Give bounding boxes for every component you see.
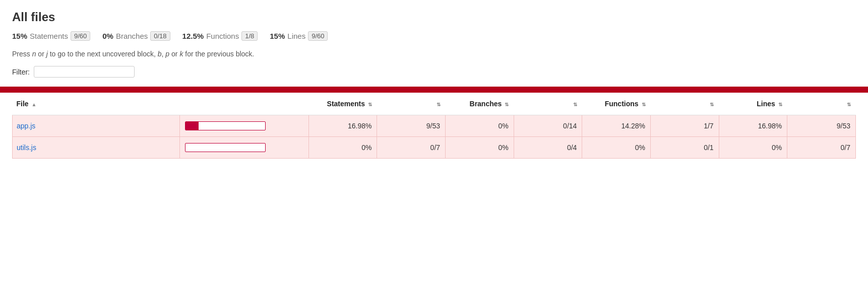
statements-pct: 15% bbox=[12, 32, 27, 40]
col-header-functions-count: ⇅ bbox=[651, 93, 719, 115]
statements-sort-icon: ⇅ bbox=[368, 102, 372, 107]
table-header-row: File ▲ Statements ⇅ ⇅ Branches ⇅ ⇅ bbox=[13, 93, 856, 115]
file-cell: utils.js bbox=[13, 137, 180, 159]
filter-row: Filter: bbox=[12, 66, 856, 78]
lines-label: Lines bbox=[287, 32, 305, 40]
coverage-bar bbox=[0, 87, 868, 93]
progress-cell bbox=[179, 137, 308, 159]
functions-count-sort-icon: ⇅ bbox=[710, 102, 714, 107]
branches-count-cell: 0/4 bbox=[514, 137, 582, 159]
statements-count-cell: 0/7 bbox=[377, 137, 446, 159]
functions-pct-cell: 14.28% bbox=[582, 115, 651, 137]
col-header-statements-count: ⇅ bbox=[377, 93, 446, 115]
functions-count-cell: 0/1 bbox=[651, 137, 719, 159]
filter-input[interactable] bbox=[34, 66, 135, 78]
lines-count-cell: 9/53 bbox=[787, 115, 856, 137]
lines-summary: 15% Lines 9/60 bbox=[270, 31, 328, 41]
branches-pct-cell: 0% bbox=[446, 115, 514, 137]
statements-summary: 15% Statements 9/60 bbox=[12, 31, 90, 41]
branches-summary: 0% Branches 0/18 bbox=[102, 31, 170, 41]
functions-pct-cell: 0% bbox=[582, 137, 651, 159]
functions-pct: 12.5% bbox=[182, 32, 204, 40]
col-header-statements[interactable]: Statements ⇅ bbox=[308, 93, 377, 115]
col-header-file[interactable]: File ▲ bbox=[13, 93, 180, 115]
branches-count: 0/18 bbox=[150, 31, 170, 41]
lines-pct-cell: 16.98% bbox=[719, 115, 787, 137]
progress-bar-fill bbox=[185, 122, 199, 130]
lines-count-sort-icon: ⇅ bbox=[847, 102, 851, 107]
functions-label: Functions bbox=[206, 32, 239, 40]
file-link[interactable]: utils.js bbox=[17, 144, 36, 152]
statements-label: Statements bbox=[30, 32, 68, 40]
file-cell: app.js bbox=[13, 115, 180, 137]
functions-sort-icon: ⇅ bbox=[642, 102, 646, 107]
functions-count: 1/8 bbox=[241, 31, 258, 41]
hint-text: Press n or j to go to the next uncovered… bbox=[12, 50, 856, 58]
lines-pct-cell: 0% bbox=[719, 137, 787, 159]
col-header-branches-count: ⇅ bbox=[514, 93, 582, 115]
statements-count-sort-icon: ⇅ bbox=[437, 102, 441, 107]
files-table: File ▲ Statements ⇅ ⇅ Branches ⇅ ⇅ bbox=[12, 93, 856, 159]
table-row: utils.js0%0/70%0/40%0/10%0/7 bbox=[13, 137, 856, 159]
functions-count-cell: 1/7 bbox=[651, 115, 719, 137]
lines-count-cell: 0/7 bbox=[787, 137, 856, 159]
progress-cell bbox=[179, 115, 308, 137]
col-header-branches[interactable]: Branches ⇅ bbox=[446, 93, 514, 115]
col-header-lines-count: ⇅ bbox=[787, 93, 856, 115]
lines-count: 9/60 bbox=[308, 31, 328, 41]
file-link[interactable]: app.js bbox=[17, 122, 35, 130]
branches-count-cell: 0/14 bbox=[514, 115, 582, 137]
statements-count: 9/60 bbox=[71, 31, 90, 41]
lines-sort-icon: ⇅ bbox=[778, 102, 782, 107]
branches-pct: 0% bbox=[102, 32, 113, 40]
page-title: All files bbox=[12, 10, 856, 24]
branches-label: Branches bbox=[116, 32, 148, 40]
statements-pct-cell: 16.98% bbox=[308, 115, 377, 137]
summary-line: 15% Statements 9/60 0% Branches 0/18 12.… bbox=[12, 31, 856, 41]
filter-label: Filter: bbox=[12, 68, 30, 76]
branches-sort-icon: ⇅ bbox=[505, 102, 509, 107]
branches-pct-cell: 0% bbox=[446, 137, 514, 159]
col-header-lines[interactable]: Lines ⇅ bbox=[719, 93, 787, 115]
table-row: app.js16.98%9/530%0/1414.28%1/716.98%9/5… bbox=[13, 115, 856, 137]
functions-summary: 12.5% Functions 1/8 bbox=[182, 31, 258, 41]
branches-count-sort-icon: ⇅ bbox=[573, 102, 577, 107]
file-sort-icon: ▲ bbox=[32, 102, 37, 107]
col-header-progress bbox=[179, 93, 308, 115]
lines-pct: 15% bbox=[270, 32, 285, 40]
col-header-functions[interactable]: Functions ⇅ bbox=[582, 93, 651, 115]
statements-count-cell: 9/53 bbox=[377, 115, 446, 137]
statements-pct-cell: 0% bbox=[308, 137, 377, 159]
